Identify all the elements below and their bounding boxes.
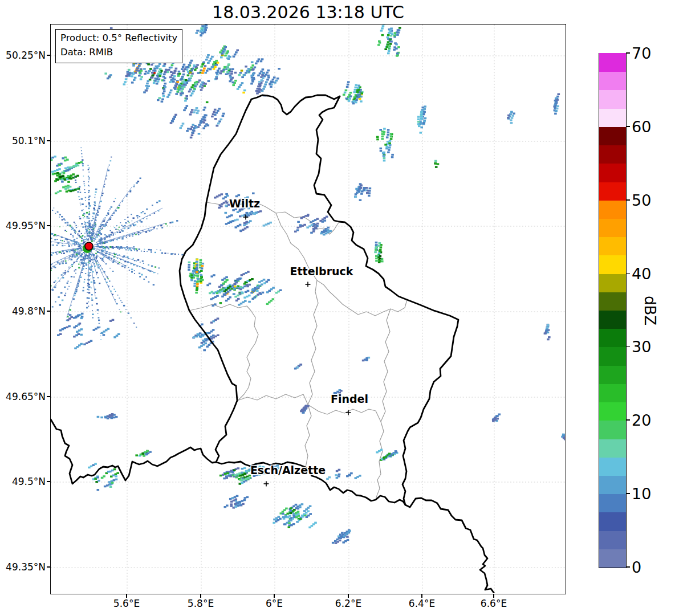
lat-tick-mark bbox=[47, 225, 50, 226]
lon-tick-mark bbox=[126, 594, 127, 598]
lon-tick-label: 6.6°E bbox=[481, 598, 507, 609]
lon-tick-mark bbox=[274, 594, 275, 598]
colorbar-segment bbox=[599, 512, 626, 531]
colorbar bbox=[599, 53, 627, 568]
canton-border bbox=[276, 213, 407, 316]
city-label: Ettelbruck bbox=[290, 265, 353, 278]
colorbar-tick-label: 40 bbox=[632, 264, 651, 282]
lat-tick-label: 49.95°N bbox=[0, 220, 46, 231]
colorbar-segment bbox=[599, 127, 626, 145]
echo-cluster bbox=[354, 183, 371, 201]
colorbar-segment bbox=[599, 347, 626, 366]
echo-cluster bbox=[294, 364, 302, 369]
map-canvas: WiltzEttelbruckFindelEsch/Alzette bbox=[51, 25, 565, 593]
france-germany-border bbox=[405, 498, 495, 593]
echo-cluster bbox=[326, 469, 361, 480]
lat-tick-mark bbox=[47, 55, 50, 56]
canton-border bbox=[237, 394, 308, 405]
colorbar-tick-mark bbox=[626, 126, 630, 127]
echo-cluster bbox=[376, 449, 398, 461]
colorbar-segment bbox=[599, 531, 626, 549]
colorbar-tick-label: 70 bbox=[632, 44, 651, 62]
echo-cluster bbox=[219, 467, 243, 479]
colorbar-segment bbox=[599, 182, 626, 201]
lon-tick-mark bbox=[348, 594, 349, 598]
colorbar-segment bbox=[599, 439, 626, 458]
lat-tick-label: 49.65°N bbox=[0, 391, 46, 402]
colorbar-segment bbox=[599, 494, 626, 513]
colorbar-segment bbox=[599, 72, 626, 91]
echo-cluster bbox=[507, 111, 515, 124]
colorbar-segment bbox=[599, 90, 626, 109]
lat-tick-mark bbox=[47, 566, 50, 568]
colorbar-tick-mark bbox=[626, 52, 630, 54]
echo-cluster bbox=[553, 93, 560, 115]
colorbar-tick-label: 30 bbox=[632, 338, 651, 356]
colorbar-segment bbox=[599, 145, 626, 164]
lat-tick-mark bbox=[47, 311, 50, 312]
echo-cluster bbox=[561, 431, 565, 440]
map-plot-area: WiltzEttelbruckFindelEsch/Alzette Produc… bbox=[50, 24, 566, 594]
echo-cluster bbox=[135, 450, 152, 457]
colorbar-segment bbox=[599, 218, 626, 237]
colorbar-tick-label: 10 bbox=[632, 485, 651, 503]
lat-tick-mark bbox=[47, 396, 50, 397]
echo-cluster bbox=[492, 414, 501, 422]
colorbar-segment bbox=[599, 475, 626, 494]
colorbar-tick-label: 60 bbox=[632, 117, 651, 135]
lon-tick-label: 6.2°E bbox=[335, 598, 361, 609]
colorbar-tick-mark bbox=[626, 566, 630, 568]
lat-tick-mark bbox=[47, 140, 50, 141]
luxembourg-border bbox=[180, 95, 458, 505]
colorbar-unit-label: dBZ bbox=[641, 296, 658, 325]
lat-tick-label: 49.5°N bbox=[0, 476, 46, 487]
colorbar-tick-mark bbox=[626, 346, 630, 348]
lon-tick-label: 6.4°E bbox=[409, 598, 435, 609]
colorbar-segment bbox=[599, 384, 626, 402]
canton-border bbox=[305, 280, 318, 467]
lon-tick-label: 6°E bbox=[266, 598, 283, 609]
colorbar-tick-mark bbox=[626, 493, 630, 494]
radar-figure: 18.03.2026 13:18 UTC WiltzEttelbruckFind… bbox=[0, 0, 675, 616]
colorbar-tick-mark bbox=[626, 273, 630, 274]
colorbar-segment bbox=[599, 549, 626, 568]
colorbar-segment bbox=[599, 108, 626, 127]
colorbar-segment bbox=[599, 53, 626, 72]
canton-border bbox=[189, 304, 258, 401]
colorbar-segment bbox=[599, 329, 626, 348]
lat-tick-label: 50.1°N bbox=[0, 135, 46, 146]
echo-cluster bbox=[544, 324, 551, 340]
colorbar-segment bbox=[599, 292, 626, 311]
city-label: Findel bbox=[331, 393, 368, 405]
annotation-source: Data: RMIB bbox=[60, 46, 177, 60]
echo-cluster bbox=[343, 81, 364, 104]
colorbar-tick-mark bbox=[626, 419, 630, 421]
echo-cluster bbox=[188, 258, 204, 293]
echo-cluster bbox=[206, 271, 282, 307]
colorbar-segment bbox=[599, 164, 626, 182]
echo-cluster bbox=[170, 105, 225, 138]
echo-cluster bbox=[362, 357, 370, 361]
echo-cluster bbox=[57, 313, 120, 349]
colorbar-tick-label: 20 bbox=[632, 411, 651, 429]
figure-title: 18.03.2026 13:18 UTC bbox=[50, 2, 566, 22]
colorbar-tick-mark bbox=[626, 199, 630, 201]
echo-cluster bbox=[97, 413, 118, 419]
echo-cluster bbox=[141, 56, 208, 103]
echo-cluster bbox=[300, 405, 310, 414]
echo-cluster bbox=[374, 242, 383, 263]
colorbar-segment bbox=[599, 310, 626, 329]
city-label: Esch/Alzette bbox=[250, 464, 326, 476]
echo-cluster bbox=[196, 25, 208, 36]
lon-tick-mark bbox=[421, 594, 422, 598]
lat-tick-label: 50.25°N bbox=[0, 50, 46, 61]
lon-tick-mark bbox=[200, 594, 201, 598]
echo-cluster bbox=[273, 503, 316, 528]
lon-tick-mark bbox=[493, 594, 494, 598]
colorbar-tick-label: 0 bbox=[632, 558, 641, 576]
colorbar-tick-label: 50 bbox=[632, 191, 651, 209]
canton-border bbox=[376, 309, 391, 500]
echo-cluster bbox=[332, 529, 351, 544]
city-label: Wiltz bbox=[229, 197, 260, 210]
colorbar-segment bbox=[599, 237, 626, 256]
